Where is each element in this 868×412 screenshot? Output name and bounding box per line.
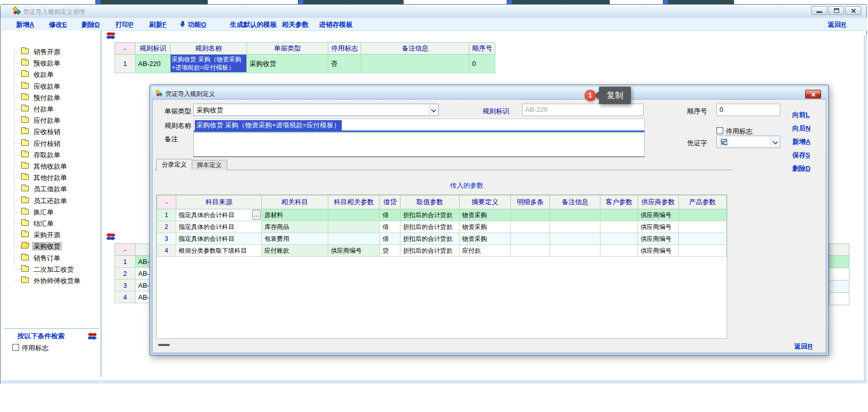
cell-product-param[interactable] <box>678 245 726 257</box>
cell-debit-credit[interactable]: 借 <box>380 209 400 221</box>
cell-customer-param[interactable] <box>600 233 638 245</box>
cell-debit-credit[interactable]: 贷 <box>380 245 400 257</box>
row-number[interactable]: 2 <box>157 221 176 233</box>
sidebar-item-10[interactable]: 其他收款单 <box>4 161 99 171</box>
cell-detail-multi[interactable] <box>511 245 550 257</box>
rule-name-field[interactable]: 采购收货 采购（物资采购+进项税款=应付模板） <box>193 119 645 132</box>
sidebar-item-20[interactable]: 外协师傅收货单 <box>4 275 99 286</box>
cell-debit-credit[interactable]: 借 <box>380 233 400 245</box>
cell-summary[interactable]: 应付款 <box>459 245 510 257</box>
sidebar-item-9[interactable]: 存取款单 <box>4 150 99 160</box>
horizontal-scrollbar-thumb[interactable] <box>158 344 170 346</box>
cell-subject-source[interactable]: 根据分类参数取下级科目 <box>176 245 261 257</box>
sidebar-item-3[interactable]: 应收款单 <box>4 81 99 91</box>
delete-row-button[interactable]: 删除D <box>792 164 810 173</box>
toolbar-generate-default-template-button[interactable]: 生成默认的模板 <box>230 20 277 29</box>
toolbar-new-button[interactable]: 新增A <box>16 20 34 29</box>
cell-related-subject[interactable]: 库存商品 <box>262 221 328 233</box>
doc-type-combo[interactable]: 采购收货 <box>193 104 439 116</box>
sidebar-item-6[interactable]: 应付款单 <box>4 115 99 125</box>
toolbar-edit-button[interactable]: 修改E <box>49 20 67 29</box>
swap-columns-icon[interactable] <box>87 333 97 340</box>
cell-detail-multi[interactable] <box>511 221 550 233</box>
cell-product-param[interactable] <box>678 233 726 245</box>
cell-rule-id[interactable]: AB-220 <box>136 55 171 73</box>
swap-columns-icon[interactable] <box>106 233 116 240</box>
save-button[interactable]: 保存S <box>792 151 810 160</box>
copy-button[interactable]: 复制 <box>599 87 631 104</box>
cell-detail-multi[interactable] <box>511 209 550 221</box>
cell-related-subject[interactable]: 应付账款 <box>262 245 328 257</box>
sidebar-item-15[interactable]: 结汇单 <box>4 218 99 228</box>
incoming-params-link[interactable]: 传入的参数 <box>450 181 483 190</box>
toolbar-functions-button[interactable]: 功能O <box>180 20 206 29</box>
cell-summary[interactable]: 物资采购 <box>459 209 510 221</box>
sidebar-item-0[interactable]: 销售开票 <box>4 46 99 57</box>
disable-flag-checkbox[interactable] <box>716 127 723 134</box>
toolbar-delete-button[interactable]: 删除D <box>81 20 99 29</box>
move-backward-button[interactable]: 向后N <box>792 124 810 133</box>
tab-script-definition[interactable]: 脚本定义 <box>191 160 227 170</box>
swap-columns-icon[interactable] <box>106 32 116 39</box>
toolbar-inventory-template-button[interactable]: 进销存模板 <box>319 20 353 29</box>
minimize-button[interactable] <box>811 6 827 15</box>
cell-related-subject[interactable]: 原材料 <box>262 209 328 221</box>
sidebar-item-8[interactable]: 应付核销 <box>4 138 99 149</box>
sidebar-item-14[interactable]: 换汇单 <box>4 207 99 217</box>
cell-subject-source[interactable]: 指定具体的会计科目 <box>176 233 261 245</box>
cell-supplier-param[interactable]: 供应商编号 <box>638 209 678 221</box>
toolbar-refresh-button[interactable]: 刷新F <box>149 20 166 29</box>
cell-supplier-param[interactable]: 供应商编号 <box>638 233 678 245</box>
cell-supplier-param[interactable]: 供应商编号 <box>638 245 678 257</box>
sidebar-item-12[interactable]: 员工借款单 <box>4 184 99 194</box>
cell-subject-param[interactable] <box>328 233 379 245</box>
row-number[interactable]: 1 <box>157 209 176 221</box>
row-number[interactable]: 1 <box>115 256 136 268</box>
toolbar-print-button[interactable]: 打印P <box>115 20 133 29</box>
cell-value-param[interactable]: 折扣后的合计货款 <box>400 245 460 257</box>
cell-note[interactable] <box>550 221 600 233</box>
sidebar-item-13[interactable]: 员工还款单 <box>4 195 99 206</box>
cell-debit-credit[interactable]: 借 <box>380 221 400 233</box>
cell-rule-name[interactable]: 采购收货 采购（物资采购+进项税款=应付模板） <box>171 55 247 73</box>
cell-customer-param[interactable] <box>600 245 638 257</box>
sidebar-item-5[interactable]: 付款单 <box>4 104 99 114</box>
dialog-back-button[interactable]: 返回R <box>794 342 812 351</box>
sidebar-item-17[interactable]: 采购收货 <box>4 241 99 251</box>
cell-customer-param[interactable] <box>600 209 638 221</box>
move-forward-button[interactable]: 向前L <box>792 110 810 120</box>
cell-value-param[interactable]: 折扣后的合计货款 <box>400 209 460 221</box>
row-number[interactable]: 1 <box>115 55 136 73</box>
cell-note[interactable] <box>550 233 600 245</box>
dialog-close-button[interactable] <box>805 90 821 98</box>
cell-product-param[interactable] <box>678 221 726 233</box>
rule-id-field[interactable]: AB-220 <box>522 104 644 116</box>
cell-summary[interactable]: 物资采购 <box>459 221 510 233</box>
cell-disabled-flag[interactable]: 否 <box>328 55 361 73</box>
cell-related-subject[interactable]: 包装费用 <box>262 233 328 245</box>
cell-supplier-param[interactable]: 供应商编号 <box>638 221 678 233</box>
sidebar-item-2[interactable]: 收款单 <box>4 69 99 79</box>
tab-entry-definition[interactable]: 分录定义 <box>156 159 192 170</box>
cell-value-param[interactable]: 折扣后的合计货款 <box>400 233 460 245</box>
cell-doc-type[interactable]: 采购收货 <box>247 55 328 73</box>
filter-search-link[interactable]: 按以下条件检索 <box>18 332 64 341</box>
sidebar-item-18[interactable]: 销售订单 <box>4 253 99 263</box>
browse-button[interactable]: … <box>252 210 261 220</box>
cell-summary[interactable]: 物资采购 <box>459 233 510 245</box>
row-number[interactable]: 3 <box>157 233 176 245</box>
sidebar-item-1[interactable]: 预收款单 <box>4 58 99 68</box>
sidebar-item-7[interactable]: 应收核销 <box>4 126 99 137</box>
add-row-button[interactable]: 新增A <box>792 137 810 146</box>
toolbar-related-params-button[interactable]: 相关参数 <box>282 20 309 29</box>
cell-value-param[interactable]: 折扣后的合计货款 <box>400 221 460 233</box>
voucher-word-combo[interactable]: 记 <box>716 136 780 148</box>
cell-subject-source[interactable]: 指定具体的会计科目… <box>176 209 261 221</box>
maximize-button[interactable] <box>828 6 844 15</box>
cell-order[interactable]: 0 <box>470 55 495 73</box>
cell-note[interactable] <box>550 245 600 257</box>
row-number[interactable]: 4 <box>157 245 176 257</box>
cell-note[interactable] <box>361 55 470 73</box>
cell-subject-param[interactable] <box>328 221 379 233</box>
cell-detail-multi[interactable] <box>511 233 550 245</box>
